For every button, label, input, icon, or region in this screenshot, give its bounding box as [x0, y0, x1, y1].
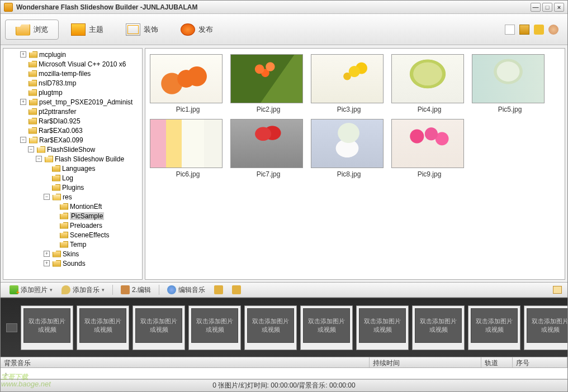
- tree-item[interactable]: plugtmp: [4, 88, 141, 97]
- tree-item[interactable]: Log: [4, 173, 141, 183]
- tree-label: pset_tmp_PSXE2019_Administ: [39, 98, 132, 106]
- save-icon[interactable]: [519, 25, 529, 35]
- thumbnail-item[interactable]: Pic9.jpg: [391, 119, 467, 178]
- timeline-slot-placeholder: 双击添加图片或视频: [135, 308, 182, 343]
- timeline-slot-placeholder: 双击添加图片或视频: [471, 308, 518, 343]
- folder-icon: [52, 175, 60, 181]
- tree-item[interactable]: −FlashSlideShow: [4, 145, 141, 154]
- thumbnail-item[interactable]: Pic2.jpg: [230, 54, 306, 113]
- timeline-slot[interactable]: 双击添加图片或视频: [524, 305, 567, 350]
- edit-music-button[interactable]: 编辑音乐: [164, 284, 209, 296]
- tree-label: Preloaders: [70, 222, 102, 230]
- tab-publish[interactable]: 发布: [171, 20, 223, 39]
- folder-icon: [53, 194, 61, 200]
- tree-toggle-icon[interactable]: −: [36, 156, 42, 162]
- tree-item[interactable]: SceneEffects: [4, 230, 141, 240]
- timeline-slot[interactable]: 双击添加图片或视频: [21, 305, 73, 350]
- tree-item[interactable]: Temp: [4, 240, 141, 249]
- timeline-slot[interactable]: 双击添加图片或视频: [468, 305, 520, 350]
- maximize-button[interactable]: □: [542, 3, 552, 12]
- app-window: Wondershare Flash Slideshow Builder -JUN…: [0, 0, 568, 392]
- col-track[interactable]: 轨道: [481, 357, 513, 367]
- folder-icon: [60, 203, 68, 210]
- col-bgmusic[interactable]: 背景音乐: [1, 357, 370, 367]
- timeline-slot[interactable]: 双击添加图片或视频: [412, 305, 465, 350]
- main-area: +mcpluginMicrosoft Visual C++ 2010 x6moz…: [1, 45, 567, 282]
- timeline-slot[interactable]: 双击添加图片或视频: [77, 305, 129, 350]
- folder-icon: [29, 99, 37, 106]
- tree-toggle-icon[interactable]: −: [20, 137, 26, 143]
- folder-icon: [29, 89, 37, 96]
- tree-toggle-icon[interactable]: +: [44, 251, 50, 257]
- thumbnail-name: Pic9.jpg: [391, 170, 467, 178]
- tree-item[interactable]: +pset_tmp_PSXE2019_Administ: [4, 97, 141, 107]
- thumbnail-panel: Pic1.jpgPic2.jpgPic3.jpgPic4.jpgPic5.jpg…: [145, 48, 565, 280]
- window-title: Wondershare Flash Slideshow Builder -JUN…: [16, 3, 531, 11]
- col-duration[interactable]: 持续时间: [370, 357, 481, 367]
- tree-item[interactable]: PicSample: [4, 211, 141, 221]
- tree-label: Skins: [63, 250, 79, 258]
- timeline-slot[interactable]: 双击添加图片或视频: [244, 305, 297, 350]
- music-track-row[interactable]: ♪: [1, 368, 567, 379]
- folder-tree[interactable]: +mcpluginMicrosoft Visual C++ 2010 x6moz…: [3, 48, 143, 280]
- new-page-icon[interactable]: [505, 25, 515, 35]
- tree-item[interactable]: Plugins: [4, 183, 141, 192]
- thumbnail-item[interactable]: Pic3.jpg: [311, 54, 387, 113]
- thumbnail-item[interactable]: Pic6.jpg: [150, 119, 226, 178]
- edit-button[interactable]: 2.编辑: [117, 284, 154, 296]
- timeline-slot[interactable]: 双击添加图片或视频: [356, 305, 409, 350]
- folder-icon: [29, 80, 37, 87]
- tree-item[interactable]: −Rar$EXa0.099: [4, 135, 141, 145]
- thumbnail-item[interactable]: Pic4.jpg: [391, 54, 467, 113]
- timeline-slot[interactable]: 双击添加图片或视频: [300, 305, 353, 350]
- add-photo-button[interactable]: 添加照片▾: [6, 284, 56, 296]
- tree-item[interactable]: pt2pttransfer: [4, 107, 141, 116]
- rotate-right-button[interactable]: [229, 284, 244, 295]
- thumbnail-item[interactable]: Pic7.jpg: [230, 119, 306, 178]
- folder-icon: [53, 260, 61, 267]
- minimize-button[interactable]: —: [531, 3, 541, 12]
- tree-toggle-icon[interactable]: −: [28, 146, 34, 152]
- tree-item[interactable]: −Flash Slideshow Builde: [4, 154, 141, 164]
- thumbnail-name: Pic4.jpg: [391, 106, 467, 113]
- tree-item[interactable]: Rar$DIa0.925: [4, 116, 141, 126]
- tree-item[interactable]: nslD783.tmp: [4, 78, 141, 88]
- tree-item[interactable]: Preloaders: [4, 221, 141, 230]
- timeline-slot[interactable]: 双击添加图片或视频: [188, 305, 241, 350]
- tab-theme[interactable]: 主题: [61, 20, 113, 39]
- tree-toggle-icon[interactable]: −: [44, 194, 50, 200]
- timeline-slot-placeholder: 双击添加图片或视频: [415, 308, 462, 343]
- thumbnail-item[interactable]: Pic8.jpg: [311, 119, 387, 178]
- folder-icon: [45, 156, 53, 162]
- close-button[interactable]: ×: [554, 3, 564, 12]
- tree-item[interactable]: +Skins: [4, 249, 141, 259]
- tree-toggle-icon[interactable]: +: [44, 260, 50, 266]
- thumbnail-item[interactable]: Pic1.jpg: [150, 54, 226, 113]
- col-order[interactable]: 序号: [513, 357, 567, 367]
- tree-label: SceneEffects: [70, 231, 110, 239]
- tree-toggle-icon[interactable]: +: [20, 99, 26, 105]
- tab-browse[interactable]: 浏览: [5, 20, 59, 40]
- tree-item[interactable]: −res: [4, 192, 141, 202]
- tree-item[interactable]: Microsoft Visual C++ 2010 x6: [4, 59, 141, 69]
- thumbnail-item[interactable]: Pic5.jpg: [472, 54, 548, 113]
- tree-item[interactable]: MontionEft: [4, 202, 141, 211]
- register-key-icon[interactable]: [534, 25, 544, 35]
- add-music-button[interactable]: 添加音乐▾: [58, 284, 108, 296]
- music-note-icon: ♪: [4, 370, 11, 377]
- thumbnail-name: Pic5.jpg: [472, 106, 548, 113]
- user-icon[interactable]: [548, 25, 558, 35]
- tree-toggle-icon[interactable]: +: [20, 51, 26, 58]
- thumbnail-image: [391, 119, 464, 168]
- tab-decorate[interactable]: 装饰: [116, 20, 168, 39]
- tree-item[interactable]: +mcplugin: [4, 50, 141, 59]
- tree-item[interactable]: Languages: [4, 164, 141, 173]
- rotate-left-button[interactable]: [211, 284, 226, 295]
- tree-item[interactable]: +Sounds: [4, 259, 141, 268]
- expand-timeline-button[interactable]: [553, 286, 562, 294]
- tree-item[interactable]: Rar$EXa0.063: [4, 126, 141, 135]
- tree-item[interactable]: mozilla-temp-files: [4, 69, 141, 78]
- timeline-film-icon: [6, 323, 17, 332]
- folder-icon: [29, 127, 37, 134]
- timeline-slot[interactable]: 双击添加图片或视频: [132, 305, 185, 350]
